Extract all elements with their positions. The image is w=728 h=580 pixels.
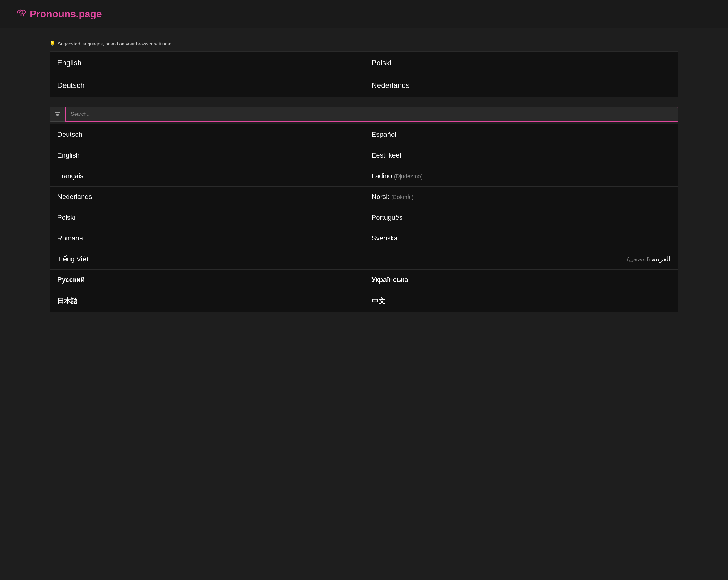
list-item[interactable]: Español bbox=[364, 125, 678, 145]
bulb-icon: 💡 bbox=[50, 41, 55, 47]
list-item[interactable]: Deutsch bbox=[50, 74, 364, 97]
list-item[interactable]: Polski bbox=[50, 207, 364, 228]
list-item[interactable]: Ladino (Djudezmo) bbox=[364, 166, 678, 187]
logo-icon bbox=[15, 7, 26, 21]
list-item[interactable]: Norsk (Bokmål) bbox=[364, 187, 678, 207]
list-item[interactable]: Nederlands bbox=[364, 74, 678, 97]
table-row: Română Svenska bbox=[50, 228, 678, 249]
table-row: English Polski bbox=[50, 52, 678, 74]
list-item[interactable]: Română bbox=[50, 228, 364, 249]
list-item[interactable]: Français bbox=[50, 166, 364, 187]
table-row: Deutsch Español bbox=[50, 125, 678, 145]
language-subtitle: (Djudezmo) bbox=[394, 173, 423, 180]
list-item[interactable]: Nederlands bbox=[50, 187, 364, 207]
table-row: 日本語 中文 bbox=[50, 290, 678, 312]
list-item[interactable]: Русский bbox=[50, 269, 364, 290]
list-item[interactable]: 中文 bbox=[364, 290, 678, 312]
list-item[interactable]: Deutsch bbox=[50, 125, 364, 145]
table-row: Polski Português bbox=[50, 207, 678, 228]
main-content: 💡 Suggested languages, based on your bro… bbox=[0, 28, 728, 325]
all-languages-table: Deutsch Español English Eesti keel Franç… bbox=[50, 124, 678, 312]
list-item[interactable]: Eesti keel bbox=[364, 145, 678, 166]
list-item[interactable]: Polski bbox=[364, 52, 678, 74]
list-item[interactable]: Українська bbox=[364, 269, 678, 290]
filter-button[interactable] bbox=[50, 107, 65, 122]
suggested-languages-table: English Polski Deutsch Nederlands bbox=[50, 51, 678, 97]
list-item[interactable]: العربية (الفصحى) bbox=[364, 249, 678, 269]
filter-icon bbox=[55, 111, 60, 117]
suggested-label: 💡 Suggested languages, based on your bro… bbox=[50, 41, 678, 47]
list-item[interactable]: Tiếng Việt bbox=[50, 249, 364, 269]
table-row: Deutsch Nederlands bbox=[50, 74, 678, 97]
list-item[interactable]: English bbox=[50, 145, 364, 166]
search-container bbox=[50, 107, 678, 122]
language-subtitle: (الفصحى) bbox=[627, 256, 650, 262]
table-row: Nederlands Norsk (Bokmål) bbox=[50, 187, 678, 207]
site-header: Pronouns.page bbox=[0, 0, 728, 28]
list-item[interactable]: Svenska bbox=[364, 228, 678, 249]
table-row: English Eesti keel bbox=[50, 145, 678, 166]
list-item[interactable]: Português bbox=[364, 207, 678, 228]
table-row: Русский Українська bbox=[50, 269, 678, 290]
list-item[interactable]: 日本語 bbox=[50, 290, 364, 312]
search-input[interactable] bbox=[65, 107, 678, 122]
site-title: Pronouns.page bbox=[30, 8, 102, 20]
list-item[interactable]: English bbox=[50, 52, 364, 74]
table-row: Français Ladino (Djudezmo) bbox=[50, 166, 678, 187]
language-subtitle: (Bokmål) bbox=[391, 194, 414, 200]
table-row: Tiếng Việt العربية (الفصحى) bbox=[50, 249, 678, 269]
